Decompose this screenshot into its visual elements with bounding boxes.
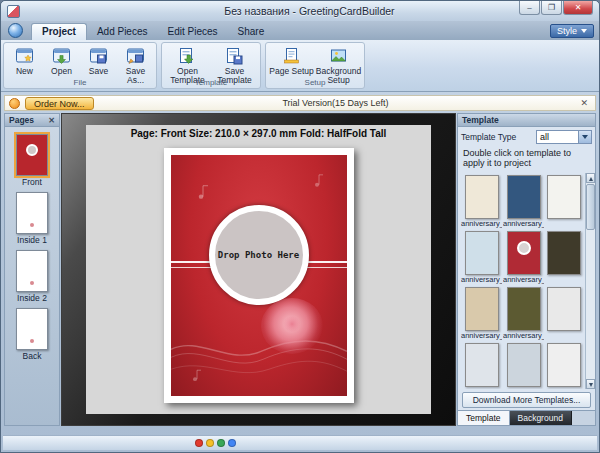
template-thumbnail[interactable] (547, 231, 581, 275)
thumbnail-motif (30, 281, 34, 285)
design-canvas: Page: Front Size: 210.0 × 297.0 mm Fold:… (61, 113, 456, 426)
page-thumbnail-inside-2[interactable] (16, 250, 48, 292)
template-thumbnail[interactable] (465, 343, 499, 387)
template-label: anniversary_02 (503, 219, 544, 228)
page-item-front[interactable]: Front (16, 134, 48, 187)
page-setup-button[interactable]: Page Setup (268, 44, 315, 76)
rose-graphic (261, 298, 323, 354)
template-item[interactable] (461, 343, 502, 389)
pages-panel-close-icon[interactable]: ✕ (48, 116, 55, 125)
thumbnail-motif (30, 223, 34, 227)
bottom-status-strip (3, 435, 597, 450)
scroll-up-button[interactable] (586, 173, 595, 183)
thumbnail-photo-circle (26, 144, 38, 156)
new-document-icon (14, 46, 35, 66)
template-thumbnail[interactable] (547, 287, 581, 331)
page-item-inside-1[interactable]: Inside 1 (16, 192, 48, 245)
template-item[interactable]: anniversary_20 (503, 287, 544, 340)
page-thumbnail-back[interactable] (16, 308, 48, 350)
template-thumbnail[interactable] (465, 287, 499, 331)
tab-share[interactable]: Share (228, 24, 275, 40)
status-icon-red[interactable] (195, 439, 203, 447)
background-setup-icon (328, 46, 349, 66)
template-thumbnail[interactable] (507, 231, 541, 275)
tab-edit-pieces[interactable]: Edit Pieces (158, 24, 228, 40)
style-menu-button[interactable]: Style (550, 24, 594, 38)
template-item[interactable] (545, 231, 583, 284)
template-type-select[interactable]: all (536, 130, 592, 144)
thumbnail-motif (30, 339, 34, 343)
ribbon-tab-strip: Project Add Pieces Edit Pieces Share Sty… (1, 21, 599, 40)
group-label-file: File (4, 78, 156, 88)
titlebar: Без названия - GreetingCardBuilder – ❐ ✕ (1, 1, 599, 21)
rose-center (283, 316, 301, 332)
card-page: Drop Photo Here (164, 148, 354, 403)
template-type-value: all (537, 131, 578, 143)
status-icon-yellow[interactable] (206, 439, 214, 447)
tab-background[interactable]: Background (510, 411, 572, 425)
page-label: Back (23, 351, 42, 361)
template-item[interactable]: anniversary_03 (461, 231, 502, 284)
arrow-up-icon (589, 177, 593, 181)
template-label: anniversary_20 (503, 331, 544, 340)
photo-drop-zone[interactable]: Drop Photo Here (209, 205, 309, 305)
trial-close-icon[interactable]: ✕ (577, 98, 591, 108)
open-folder-icon (51, 46, 72, 66)
page-label: Front (22, 177, 42, 187)
maximize-button[interactable]: ❐ (541, 1, 562, 15)
template-item[interactable]: anniversary_02 (503, 175, 544, 228)
canvas-work-area: Page: Front Size: 210.0 × 297.0 mm Fold:… (86, 125, 431, 414)
group-label-template: Template (162, 78, 260, 88)
save-template-icon (224, 46, 245, 66)
card-front-design[interactable]: Drop Photo Here (171, 155, 347, 396)
open-button[interactable]: Open (43, 44, 80, 76)
tab-project[interactable]: Project (31, 23, 87, 40)
template-item[interactable] (503, 343, 544, 389)
app-window: Без названия - GreetingCardBuilder – ❐ ✕… (0, 0, 600, 453)
template-item[interactable] (545, 287, 583, 340)
close-button[interactable]: ✕ (563, 1, 593, 15)
order-now-button[interactable]: Order Now... (25, 97, 94, 110)
scrollbar-thumb[interactable] (586, 184, 595, 230)
template-type-row: Template Type all (458, 127, 595, 146)
status-icon-blue[interactable] (228, 439, 236, 447)
template-item[interactable] (545, 175, 583, 228)
template-item[interactable] (545, 343, 583, 389)
page-item-back[interactable]: Back (16, 308, 48, 361)
template-thumbnail[interactable] (465, 175, 499, 219)
application-menu-orb[interactable] (8, 23, 23, 38)
template-item[interactable]: anniversary_01 (461, 175, 502, 228)
page-thumbnail-inside-1[interactable] (16, 192, 48, 234)
status-icons (195, 439, 236, 447)
select-dropdown-button[interactable] (578, 131, 591, 143)
page-item-inside-2[interactable]: Inside 2 (16, 250, 48, 303)
template-item[interactable]: anniversary_19 (461, 287, 502, 340)
window-controls: – ❐ ✕ (518, 1, 593, 15)
tab-template[interactable]: Template (458, 411, 510, 425)
page-thumbnail-front[interactable] (16, 134, 48, 176)
pages-panel: Pages ✕ Front Inside 1 Inside 2 (4, 113, 60, 426)
template-item[interactable]: anniversary_04 (503, 231, 544, 284)
template-thumbnail[interactable] (507, 343, 541, 387)
template-hint-text: Double click on template to apply it to … (458, 146, 595, 173)
tab-add-pieces[interactable]: Add Pieces (87, 24, 158, 40)
template-thumbnail[interactable] (507, 175, 541, 219)
template-thumbnail[interactable] (547, 343, 581, 387)
page-info-text: Page: Front Size: 210.0 × 297.0 mm Fold:… (86, 125, 431, 139)
template-thumbnail[interactable] (547, 175, 581, 219)
trial-warning-icon (9, 98, 20, 109)
template-thumbnail[interactable] (465, 231, 499, 275)
drop-photo-label: Drop Photo Here (218, 250, 299, 260)
minimize-button[interactable]: – (519, 1, 540, 15)
scroll-down-button[interactable] (586, 379, 595, 389)
template-scrollbar[interactable] (585, 173, 595, 389)
save-button[interactable]: Save (80, 44, 117, 76)
download-more-templates-button[interactable]: Download More Templates... (462, 392, 591, 408)
template-type-label: Template Type (461, 132, 516, 142)
ribbon-group-setup: Page Setup Background Setup Setup (265, 42, 365, 89)
new-button[interactable]: New (6, 44, 43, 76)
template-thumbnail[interactable] (507, 287, 541, 331)
thumbnail-photo-circle (517, 241, 531, 255)
status-icon-green[interactable] (217, 439, 225, 447)
template-grid: anniversary_01 anniversary_02 anniversar… (458, 173, 584, 389)
